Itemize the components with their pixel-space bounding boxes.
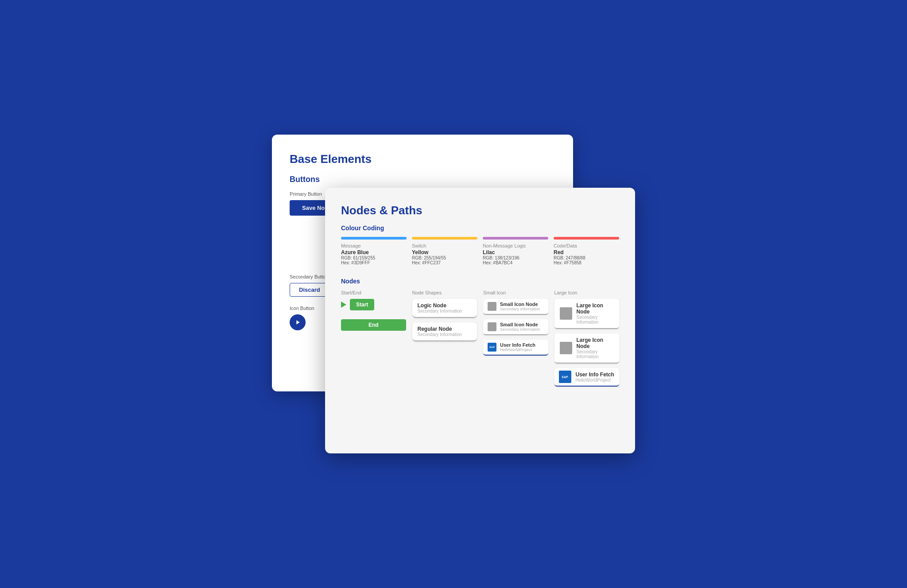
large-icon-text-2: Large Icon Node Secondary Information [577,337,614,359]
icon-button-label: Icon Button [290,306,314,311]
colour-label-logic: Non-Message Logic [483,243,548,248]
small-icon-node1-sub: Secondary Information [500,307,540,311]
front-panel-title: Nodes & Paths [341,204,619,217]
colour-rgb-logic: RGB: 138/123/196 [483,255,548,260]
buttons-title: Buttons [290,175,555,184]
small-icon-node-1: Small Icon Node Secondary Information [483,299,548,315]
colour-hex-logic: Hex: #BA7BC4 [483,260,548,265]
sap-large-text: User Info Fetch HelloWorldProject [576,371,614,383]
large-icon-node-2: Large Icon Node Secondary Information [554,333,620,364]
colour-code: Code/Data Red RGB: 247/88/88 Hex: #F7585… [554,237,619,265]
large-icon-node2-sub: Secondary Information [577,349,614,359]
sap-small-icon: SAP [488,343,496,352]
start-end-label: Start/End [341,290,406,295]
small-icon-box-2 [488,322,496,331]
colour-bar-code [554,237,619,240]
large-icon-node-1: Large Icon Node Secondary Information [554,299,620,329]
large-icon-box-2 [560,342,572,354]
end-node[interactable]: End [341,319,406,331]
colour-hex-message: Hex: #3D9FFF [341,260,407,265]
regular-node-box: Regular Node Secondary Information [412,322,477,341]
small-icon-node2-title: Small Icon Node [500,322,540,327]
sap-large-node-sub: HelloWorldProject [576,378,614,383]
colour-name-code: Red [554,249,619,255]
start-node-row: Start [341,299,406,315]
back-panel-title: Base Elements [290,152,555,166]
colour-coding-grid: Message Azure Blue RGB: 61/159/255 Hex: … [341,237,619,265]
colour-bar-logic [483,237,548,240]
node-shapes-label: Node Shapes [412,290,477,295]
start-triangle-icon [341,302,346,308]
large-icon-node1-title: Large Icon Node [577,302,614,315]
large-icon-node2-title: Large Icon Node [577,337,614,349]
colour-hex-switch: Hex: #FFC237 [412,260,477,265]
small-icon-node1-title: Small Icon Node [500,302,540,307]
large-icon-label: Large Icon [554,290,620,295]
colour-logic: Non-Message Logic Lilac RGB: 138/123/196… [483,237,548,265]
sap-large-icon: SAP [559,371,571,383]
small-icon-text-1: Small Icon Node Secondary Information [500,302,540,311]
start-node-label: Start [356,302,368,308]
colour-rgb-message: RGB: 61/159/255 [341,255,407,260]
outer-container: Base Elements Buttons Primary Button Sav… [272,135,635,453]
small-sap-node: SAP User Info Fetch HelloWorldProject [483,340,548,356]
sap-small-node-title: User Info Fetch [500,342,535,348]
colour-bar-message [341,237,407,240]
large-icon-text-1: Large Icon Node Secondary Information [577,302,614,325]
icon-button-col: Icon Button [290,306,314,330]
start-node[interactable]: Start [350,299,374,310]
secondary-button-label: Secondary Button [290,274,329,279]
colour-bar-switch [412,237,477,240]
large-sap-node: SAP User Info Fetch HelloWorldProject [554,368,620,387]
play-icon-button[interactable] [290,314,306,330]
colour-message: Message Azure Blue RGB: 61/159/255 Hex: … [341,237,407,265]
nodes-title: Nodes [341,278,619,285]
regular-node-sub: Secondary Information [418,332,472,337]
colour-rgb-switch: RGB: 255/194/55 [412,255,477,260]
colour-name-logic: Lilac [483,249,548,255]
small-icon-label: Small Icon [483,290,548,295]
nodes-grid: Start/End Start End Node Shapes Logic No… [341,290,619,387]
colour-switch: Switch Yellow RGB: 255/194/55 Hex: #FFC2… [412,237,477,265]
colour-rgb-code: RGB: 247/88/88 [554,255,619,260]
colour-label-message: Message [341,243,407,248]
small-icon-box-1 [488,302,496,311]
secondary-button-col: Secondary Button Discard [290,274,329,297]
discard-button[interactable]: Discard [290,283,329,297]
logic-node-sub: Secondary Information [418,309,472,313]
small-icon-text-2: Small Icon Node Secondary Information [500,322,540,332]
large-icon-box-1 [560,307,572,320]
logic-node-title: Logic Node [418,302,472,309]
sap-small-node-sub: HelloWorldProject [500,348,535,352]
small-icon-node2-sub: Secondary Information [500,327,540,332]
logic-node-box: Logic Node Secondary Information [412,299,477,318]
small-icon-node-2: Small Icon Node Secondary Information [483,319,548,335]
node-shapes-col: Node Shapes Logic Node Secondary Informa… [412,290,477,387]
sap-large-node-title: User Info Fetch [576,371,614,378]
small-icon-col: Small Icon Small Icon Node Secondary Inf… [483,290,548,387]
colour-hex-code: Hex: #F75858 [554,260,619,265]
colour-label-switch: Switch [412,243,477,248]
colour-name-message: Azure Blue [341,249,407,255]
front-panel: Nodes & Paths Colour Coding Message Azur… [325,188,635,453]
large-icon-node1-sub: Secondary Information [577,315,614,325]
large-icon-col: Large Icon Large Icon Node Secondary Inf… [554,290,620,387]
regular-node-title: Regular Node [418,326,472,332]
colour-name-switch: Yellow [412,249,477,255]
sap-small-text: User Info Fetch HelloWorldProject [500,342,535,352]
colour-label-code: Code/Data [554,243,619,248]
start-end-col: Start/End Start End [341,290,406,387]
colour-coding-title: Colour Coding [341,224,619,232]
